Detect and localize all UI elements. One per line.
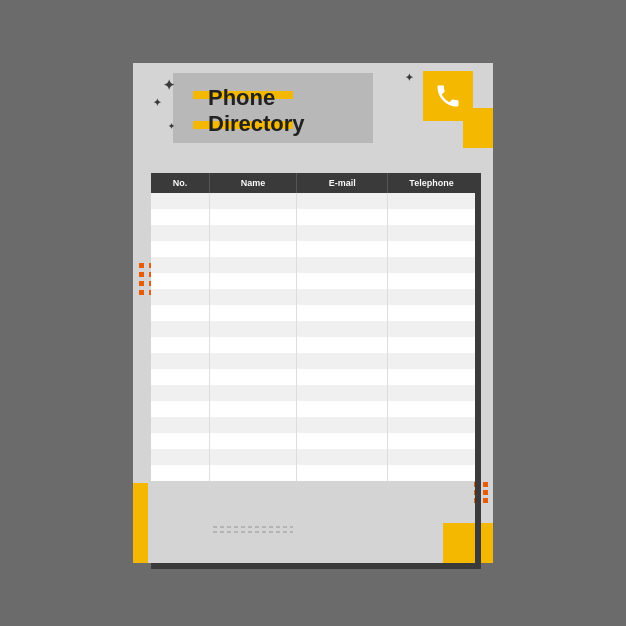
table-row (151, 257, 475, 273)
hatch-lines-decoration (213, 522, 293, 541)
table-cell (209, 193, 296, 209)
table-cell (151, 449, 209, 465)
table-cell (297, 225, 388, 241)
table-cell (388, 209, 476, 225)
table-cell (297, 401, 388, 417)
table-row (151, 241, 475, 257)
document-page: Phone Directory ✦ ✦ ✦ ✦ ✦ No. Name E-mai… (133, 63, 493, 563)
orange-dot (139, 290, 144, 295)
table-right-border (475, 173, 481, 569)
star-decoration-4: ✦ (405, 73, 413, 83)
table-row (151, 385, 475, 401)
table-cell (151, 209, 209, 225)
orange-dot (483, 490, 488, 495)
table-row (151, 225, 475, 241)
table-cell (388, 353, 476, 369)
table-cell (297, 337, 388, 353)
table-row (151, 369, 475, 385)
table-cell (297, 417, 388, 433)
table-cell (388, 417, 476, 433)
table-cell (297, 257, 388, 273)
page-title: Phone Directory (208, 85, 305, 138)
table-cell (151, 369, 209, 385)
yellow-bottom-left-block (133, 483, 148, 563)
table-cell (297, 289, 388, 305)
table-cell (297, 465, 388, 481)
table-row (151, 433, 475, 449)
table-cell (151, 321, 209, 337)
table-cell (209, 401, 296, 417)
star-decoration-3: ✦ (168, 123, 175, 131)
star-decoration-2: ✦ (153, 98, 161, 108)
table-row (151, 209, 475, 225)
table-cell (297, 241, 388, 257)
table-cell (388, 289, 476, 305)
table-row (151, 193, 475, 209)
table-row (151, 465, 475, 481)
table-cell (209, 209, 296, 225)
table-bottom-border (151, 563, 481, 569)
table-cell (388, 321, 476, 337)
orange-dot (139, 272, 144, 277)
table-row (151, 449, 475, 465)
table-header: No. Name E-mail Telephone (151, 173, 475, 193)
table-cell (151, 353, 209, 369)
table-cell (209, 417, 296, 433)
col-header-telephone: Telephone (388, 173, 476, 193)
table-cell (151, 337, 209, 353)
table-cell (151, 193, 209, 209)
phone-icon-box (423, 71, 473, 121)
table-cell (388, 401, 476, 417)
table-cell (209, 433, 296, 449)
table-cell (297, 385, 388, 401)
header-section: Phone Directory ✦ ✦ ✦ ✦ ✦ (133, 63, 493, 173)
directory-table: No. Name E-mail Telephone (151, 173, 475, 481)
table-container: No. Name E-mail Telephone (151, 173, 475, 563)
table-cell (209, 465, 296, 481)
table-cell (297, 209, 388, 225)
table-cell (209, 241, 296, 257)
table-row (151, 273, 475, 289)
table-cell (151, 401, 209, 417)
orange-dot (483, 482, 488, 487)
table-cell (297, 449, 388, 465)
col-header-no: No. (151, 173, 209, 193)
orange-dot (139, 281, 144, 286)
table-cell (388, 369, 476, 385)
table-cell (388, 449, 476, 465)
table-row (151, 337, 475, 353)
table-cell (297, 321, 388, 337)
table-row (151, 401, 475, 417)
table-cell (209, 385, 296, 401)
table-cell (388, 433, 476, 449)
table-cell (151, 433, 209, 449)
table-cell (151, 273, 209, 289)
table-cell (209, 369, 296, 385)
table-cell (151, 417, 209, 433)
table-cell (151, 385, 209, 401)
table-cell (388, 465, 476, 481)
table-cell (388, 225, 476, 241)
table-cell (388, 337, 476, 353)
table-cell (209, 225, 296, 241)
table-cell (297, 193, 388, 209)
phone-icon (434, 82, 462, 110)
table-cell (151, 305, 209, 321)
orange-dot (483, 498, 488, 503)
table-row (151, 417, 475, 433)
table-cell (388, 193, 476, 209)
table-cell (151, 257, 209, 273)
col-header-name: Name (209, 173, 296, 193)
table-cell (209, 449, 296, 465)
table-cell (151, 465, 209, 481)
table-cell (209, 353, 296, 369)
table-row (151, 305, 475, 321)
table-cell (209, 289, 296, 305)
title-block: Phone Directory (208, 85, 305, 138)
table-cell (209, 273, 296, 289)
table-header-row: No. Name E-mail Telephone (151, 173, 475, 193)
table-body (151, 193, 475, 481)
table-row (151, 289, 475, 305)
table-cell (151, 225, 209, 241)
table-cell (388, 305, 476, 321)
